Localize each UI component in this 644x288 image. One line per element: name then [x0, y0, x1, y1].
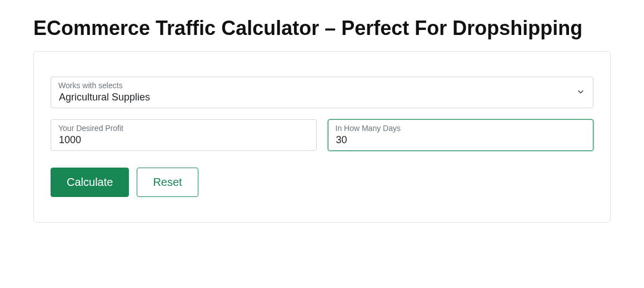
page-title: ECommerce Traffic Calculator – Perfect F…: [33, 17, 611, 40]
calculator-card: Works with selects Your Desired Profit I…: [33, 51, 611, 223]
days-group: In How Many Days: [328, 119, 594, 151]
input-row: Your Desired Profit In How Many Days: [51, 119, 593, 151]
profit-group: Your Desired Profit: [51, 119, 317, 151]
category-select-group: Works with selects: [51, 77, 593, 108]
category-select[interactable]: [51, 77, 593, 108]
button-row: Calculate Reset: [51, 168, 593, 197]
calculate-button[interactable]: Calculate: [51, 168, 129, 197]
days-input[interactable]: [328, 119, 594, 151]
profit-input[interactable]: [51, 119, 317, 151]
reset-button[interactable]: Reset: [137, 168, 198, 197]
